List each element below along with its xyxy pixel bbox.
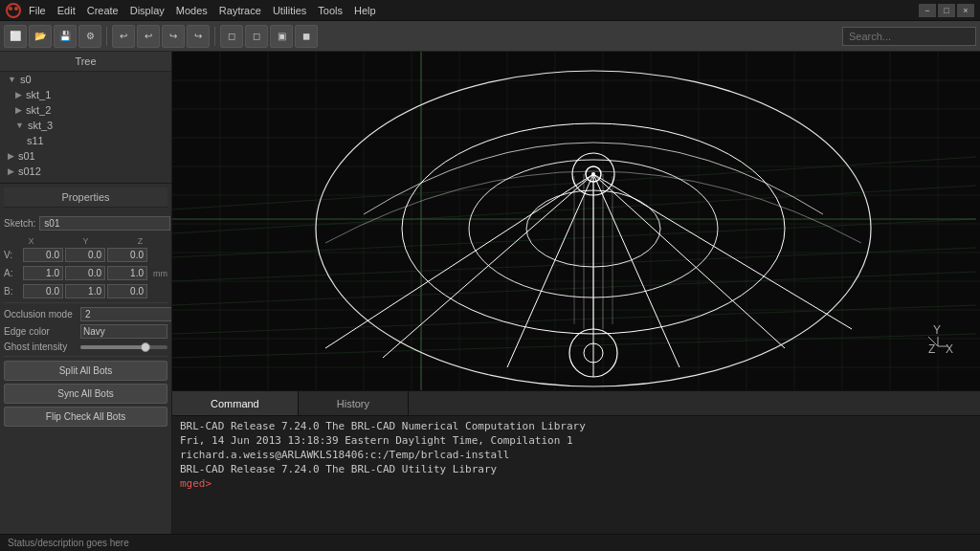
main-area: Tree ▼ s0 ▶ skt_1 ▶ skt_2 ▼ skt_3 s11 ▶ [0, 52, 980, 534]
undo-button[interactable]: ↩ [112, 25, 135, 48]
menu-raytrace[interactable]: Raytrace [219, 5, 261, 16]
statusbar: Status/description goes here [0, 534, 980, 551]
tab-command[interactable]: Command [172, 391, 299, 415]
slider-thumb[interactable] [141, 342, 150, 352]
expand-icon: ▼ [8, 75, 16, 84]
menu-bar: File Edit Create Display Modes Raytrace … [29, 5, 376, 16]
menu-modes[interactable]: Modes [176, 5, 208, 16]
maximize-button[interactable]: □ [938, 4, 955, 17]
b-z-input[interactable] [107, 284, 147, 298]
new-button[interactable]: ⬜ [4, 25, 27, 48]
edge-color-row: Edge color Navy Black White Red [4, 324, 167, 339]
svg-text:Z: Z [928, 342, 935, 356]
a-y-input[interactable] [65, 266, 105, 280]
menu-tools[interactable]: Tools [318, 5, 343, 16]
undo2-button[interactable]: ↩ [137, 25, 160, 48]
tree-header: Tree [0, 52, 171, 72]
save-button[interactable]: 💾 [54, 25, 77, 48]
prop-row-v: V: [4, 248, 167, 262]
tab-history[interactable]: History [299, 391, 409, 415]
svg-text:Y: Y [933, 323, 941, 337]
window-controls: − □ × [919, 4, 974, 17]
occlusion-row: Occlusion mode [4, 307, 167, 321]
x-header: X [11, 236, 53, 246]
menu-display[interactable]: Display [130, 5, 165, 16]
minimize-button[interactable]: − [919, 4, 936, 17]
a-inputs [23, 266, 151, 280]
tree-label: skt_1 [26, 89, 51, 100]
grid-svg: Y Z X [172, 52, 980, 390]
expand-icon: ▶ [15, 90, 22, 99]
v-y-input[interactable] [65, 248, 105, 262]
sync-all-bots-button[interactable]: Sync All Bots [4, 384, 167, 404]
menu-file[interactable]: File [29, 5, 46, 16]
tree-label: s01 [18, 150, 35, 162]
tree-label: s012 [18, 165, 41, 177]
tree-item-s11[interactable]: s11 [0, 133, 171, 148]
separator2 [4, 356, 167, 357]
tree-label: skt_2 [26, 104, 51, 116]
occlusion-input[interactable] [80, 307, 171, 321]
view3-button[interactable]: ▣ [270, 25, 293, 48]
menu-create[interactable]: Create [87, 5, 119, 16]
menu-edit[interactable]: Edit [57, 5, 76, 16]
console-line-1: BRL-CAD Release 7.24.0 The BRL-CAD Numer… [180, 420, 972, 432]
flip-check-all-bots-button[interactable]: Flip Check All Bots [4, 407, 167, 427]
b-y-input[interactable] [65, 284, 105, 298]
a-z-input[interactable] [107, 266, 147, 280]
sketch-input[interactable] [39, 216, 170, 231]
edge-color-select[interactable]: Navy Black White Red [80, 324, 167, 339]
toolbar-sep-2 [214, 27, 215, 46]
menu-help[interactable]: Help [354, 5, 376, 16]
split-all-bots-button[interactable]: Split All Bots [4, 361, 167, 381]
prop-row-b: B: [4, 284, 167, 298]
search-input[interactable] [842, 27, 976, 46]
tree-item-skt3[interactable]: ▼ skt_3 [0, 118, 171, 133]
toolbar: ⬜ 📂 💾 ⚙ ↩ ↩ ↪ ↪ ◻ ◻ ▣ ◼ [0, 21, 980, 52]
console-error-line: mged> [180, 477, 972, 490]
tree-item-s01[interactable]: ▶ s01 [0, 148, 171, 164]
v-x-input[interactable] [23, 248, 63, 262]
view4-button[interactable]: ◼ [295, 25, 318, 48]
svg-point-0 [7, 4, 20, 17]
tree-label: s11 [27, 135, 44, 146]
redo-button[interactable]: ↪ [162, 25, 185, 48]
tree-item-skt1[interactable]: ▶ skt_1 [0, 87, 171, 102]
viewport-canvas: Y Z X [172, 52, 980, 390]
sketch-label: Sketch: [4, 218, 35, 229]
properties-section: Properties Sketch: ✓ Detail X Y Z V: [0, 184, 171, 534]
open-button[interactable]: 📂 [29, 25, 52, 48]
ghost-intensity-row: Ghost intensity [4, 342, 167, 352]
svg-rect-3 [172, 52, 980, 390]
console-line-3: richard.a.weiss@ARLAWKLS18406:c:/Temp/br… [180, 449, 972, 461]
bottom-tabs: Command History [172, 391, 980, 416]
slider-fill [80, 345, 145, 349]
tree-label: skt_3 [28, 120, 53, 131]
bottom-content: BRL-CAD Release 7.24.0 The BRL-CAD Numer… [172, 416, 980, 534]
sketch-row: Sketch: ✓ Detail [4, 213, 167, 232]
redo2-button[interactable]: ↪ [187, 25, 210, 48]
ghost-intensity-label: Ghost intensity [4, 342, 80, 352]
view1-button[interactable]: ◻ [220, 25, 243, 48]
titlebar: File Edit Create Display Modes Raytrace … [0, 0, 980, 21]
tree-section: Tree ▼ s0 ▶ skt_1 ▶ skt_2 ▼ skt_3 s11 ▶ [0, 52, 171, 184]
unit-label: mm [153, 269, 167, 278]
bottom-panel: Command History BRL-CAD Release 7.24.0 T… [172, 390, 980, 534]
y-header: Y [65, 236, 107, 246]
view2-button[interactable]: ◻ [245, 25, 268, 48]
close-button[interactable]: × [957, 4, 974, 17]
a-x-input[interactable] [23, 266, 63, 280]
v-z-input[interactable] [107, 248, 147, 262]
b-x-input[interactable] [23, 284, 63, 298]
tree-item-s0[interactable]: ▼ s0 [0, 72, 171, 87]
console-line-4: BRL-CAD Release 7.24.0 The BRL-CAD Utili… [180, 463, 972, 475]
settings-button[interactable]: ⚙ [78, 25, 101, 48]
separator [4, 302, 167, 303]
viewport[interactable]: Y Z X [172, 52, 980, 390]
tree-item-skt2[interactable]: ▶ skt_2 [0, 102, 171, 118]
menu-utilities[interactable]: Utilities [273, 5, 306, 16]
properties-header: Properties [4, 187, 167, 208]
svg-text:X: X [946, 342, 953, 356]
ghost-intensity-track[interactable] [80, 345, 167, 349]
tree-item-s012[interactable]: ▶ s012 [0, 164, 171, 179]
